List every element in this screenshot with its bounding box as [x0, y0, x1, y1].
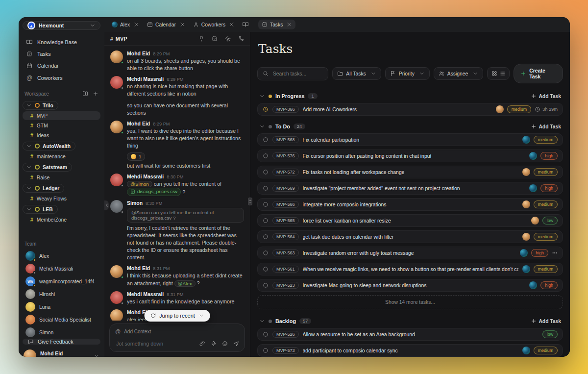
todo-circle-icon[interactable]: [263, 153, 269, 159]
close-icon[interactable]: [133, 22, 139, 27]
phone-icon[interactable]: [238, 36, 244, 42]
todo-circle-icon[interactable]: [263, 169, 269, 175]
channel-maintenance[interactable]: #maintenance: [23, 152, 100, 161]
todo-circle-icon[interactable]: [263, 266, 269, 272]
close-icon[interactable]: [179, 22, 185, 27]
channel-mvp[interactable]: #MVP: [23, 111, 100, 120]
chevron-down-icon[interactable]: [259, 93, 265, 99]
sidebar-collapse-handle[interactable]: [104, 200, 109, 210]
todo-circle-icon[interactable]: [263, 137, 269, 143]
tab-coworkers[interactable]: Coworkers: [190, 20, 238, 29]
reaction-pill[interactable]: 1: [127, 152, 145, 161]
list-view-icon[interactable]: [499, 71, 505, 76]
todo-circle-icon[interactable]: [263, 348, 269, 353]
chevron-down-icon[interactable]: [259, 318, 265, 324]
team-member[interactable]: WAwagmiincorporated_14f4: [23, 275, 100, 288]
task-row[interactable]: MVP-565force list over kanban on smaller…: [257, 214, 563, 227]
close-icon[interactable]: [229, 22, 235, 27]
task-row[interactable]: MVP-563Investigate random error with ugl…: [257, 247, 563, 259]
tasks-icon[interactable]: [212, 36, 218, 42]
chevron-down-icon[interactable]: [94, 353, 99, 357]
close-icon[interactable]: [286, 22, 292, 27]
pin-icon[interactable]: [198, 36, 204, 42]
show-more-tasks-button[interactable]: Show 14 more tasks...: [257, 295, 563, 309]
todo-circle-icon[interactable]: [263, 331, 269, 337]
attach-icon[interactable]: [199, 341, 205, 347]
mention-pill[interactable]: @Simon: [127, 181, 152, 187]
panel-resize-handle[interactable]: [248, 198, 252, 205]
todo-circle-icon[interactable]: [263, 282, 269, 288]
send-icon[interactable]: [233, 341, 239, 347]
task-row[interactable]: MVP-576Fix cursor position after pasting…: [257, 150, 563, 162]
task-row[interactable]: MVP-573add participant to composio calen…: [257, 344, 563, 357]
message-list[interactable]: Mohd Eid8:29 PMon all 3 boards, sheets a…: [104, 46, 250, 321]
add-task-button[interactable]: Add Task: [531, 124, 561, 129]
tab-calendar[interactable]: Calendar: [144, 20, 189, 29]
tab-knowledge[interactable]: Knowledge: [239, 20, 250, 29]
task-row[interactable]: MVP-572Fix tasks not loading after works…: [257, 166, 563, 178]
panels-icon[interactable]: [82, 91, 88, 97]
emoji-icon[interactable]: [222, 341, 228, 347]
create-task-button[interactable]: Create Task: [514, 64, 563, 83]
in-progress-clock-icon[interactable]: [263, 106, 269, 112]
sidebar-item-coworkers[interactable]: @Coworkers: [23, 72, 100, 84]
filter-priority[interactable]: Priority: [385, 67, 430, 80]
grid-view-icon[interactable]: [491, 71, 497, 76]
add-context-button[interactable]: @ Add Context: [115, 328, 239, 334]
task-row[interactable]: MVP-566integrate more composio integrati…: [257, 198, 563, 211]
team-member[interactable]: Alex: [23, 249, 100, 262]
sidebar-item-calendar[interactable]: Calendar: [23, 60, 100, 71]
workspace-group-satstream[interactable]: Satstream: [23, 163, 72, 172]
channel-weavy-flows[interactable]: #Weavy Flows: [23, 194, 100, 203]
file-attachment-chip[interactable]: discogs_prices.csv: [127, 188, 181, 196]
task-row[interactable]: MVP-569Investigate "project member added…: [257, 182, 563, 195]
todo-circle-icon[interactable]: [263, 234, 269, 240]
todo-circle-icon[interactable]: [263, 185, 269, 191]
todo-circle-icon[interactable]: [263, 250, 269, 256]
search-input[interactable]: [257, 67, 328, 80]
workspace-switcher[interactable]: Hexmount: [23, 21, 100, 30]
team-member[interactable]: Social Media Specialist: [23, 313, 100, 326]
sidebar-item-knowledge-base[interactable]: Knowledge Base: [23, 37, 100, 48]
todo-circle-icon[interactable]: [263, 218, 269, 224]
workspace-group-leb[interactable]: LEB: [23, 205, 58, 214]
task-row[interactable]: MVP-564get task due dates on calendar wi…: [257, 230, 563, 243]
workspace-group-trilo[interactable]: Trilo: [23, 101, 58, 110]
channel-gtm[interactable]: #GTM: [23, 121, 100, 130]
gear-icon[interactable]: [225, 36, 231, 42]
workspace-group-ledger[interactable]: Ledger: [23, 184, 64, 193]
current-user[interactable]: Mohd Eid online: [23, 349, 100, 357]
message-composer[interactable]: @ Add Context: [109, 324, 245, 352]
channel-ideas[interactable]: #Ideas: [23, 131, 100, 140]
filter-assignee[interactable]: Assignee: [434, 67, 483, 80]
task-row[interactable]: MVP-523Investigate Mac going to sleep an…: [257, 279, 563, 292]
team-member[interactable]: Mehdi Massrali: [23, 262, 100, 275]
chevron-down-icon[interactable]: [259, 124, 265, 129]
workspace-group-autowealth[interactable]: AutoWealth: [23, 142, 75, 150]
search-field[interactable]: [272, 71, 323, 77]
give-feedback-button[interactable]: Give Feedback: [23, 339, 100, 345]
add-task-button[interactable]: Add Task: [531, 318, 561, 324]
message-input[interactable]: [115, 340, 195, 347]
mic-icon[interactable]: [211, 341, 217, 347]
mention-pill[interactable]: @Alex: [174, 280, 196, 287]
channel-memberzone[interactable]: #MemberZone: [23, 215, 100, 224]
view-toggle[interactable]: [487, 67, 510, 80]
tab-tasks[interactable]: Tasks: [258, 20, 295, 29]
add-workspace-icon[interactable]: [93, 91, 98, 97]
task-row[interactable]: MVP-568Fix calendar participationmedium: [257, 133, 563, 146]
todo-circle-icon[interactable]: [263, 201, 269, 207]
sidebar-item-tasks[interactable]: Tasks: [23, 49, 100, 59]
add-task-button[interactable]: Add Task: [531, 93, 561, 99]
task-row[interactable]: MVP-526Allow a resource to be set as an …: [257, 328, 563, 341]
team-member[interactable]: Hiroshi: [23, 288, 100, 300]
more-menu-icon[interactable]: [552, 250, 558, 256]
team-member[interactable]: Simon: [23, 326, 100, 339]
tab-alex[interactable]: Alex: [108, 20, 143, 29]
task-row[interactable]: MVP-366Add more AI-Coworkersmedium3h 29m: [257, 103, 563, 116]
filter-all-tasks[interactable]: All Tasks: [332, 67, 381, 80]
task-row[interactable]: MVP-561When we receive magic links, we n…: [257, 263, 563, 275]
channel-raise[interactable]: #Raise: [23, 173, 100, 182]
team-member[interactable]: Luna: [23, 300, 100, 313]
jump-to-recent-button[interactable]: Jump to recent: [144, 310, 210, 322]
